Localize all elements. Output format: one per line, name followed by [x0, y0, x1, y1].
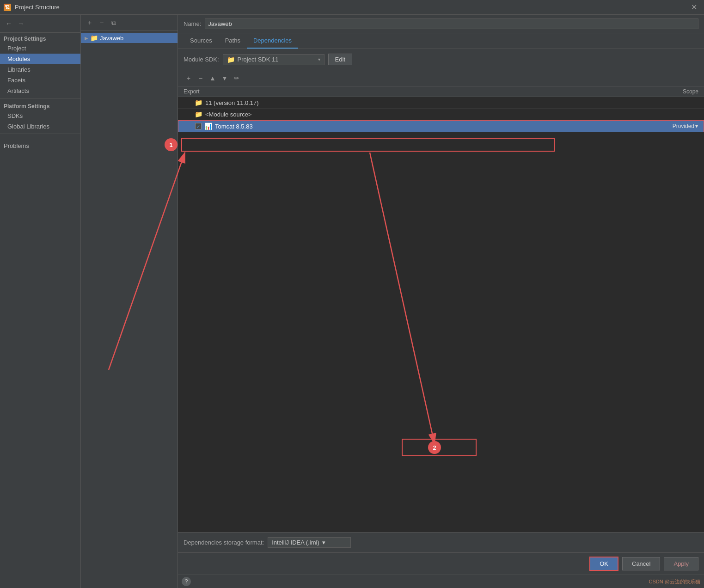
sidebar-item-problems[interactable]: Problems — [0, 140, 80, 151]
bottom-section: Dependencies storage format: IntelliJ ID… — [178, 532, 704, 552]
main-layout: ← → Project Settings Project Modules Lib… — [0, 15, 704, 588]
sidebar-item-global-libraries[interactable]: Global Libraries — [0, 121, 80, 132]
sdk-label: Module SDK: — [184, 56, 219, 63]
name-label: Name: — [184, 20, 201, 27]
sdk-row: Module SDK: 📁 Project SDK 11 ▾ Edit — [178, 49, 704, 70]
deps-remove-button[interactable]: − — [196, 73, 206, 83]
deps-down-button[interactable]: ▼ — [220, 73, 230, 83]
sdk-value: Project SDK 11 — [238, 56, 279, 63]
nav-toolbar: ← → — [0, 17, 80, 33]
deps-table: Export Scope 📁 11 (version 11.0.17) 📁 <M… — [178, 86, 704, 532]
tomcat-checkbox[interactable]: ✓ — [195, 123, 202, 129]
scope-arrow: ▾ — [695, 123, 698, 129]
apply-button[interactable]: Apply — [664, 557, 698, 570]
deps-row-jdk[interactable]: 📁 11 (version 11.0.17) — [178, 97, 704, 109]
deps-table-header: Export Scope — [178, 86, 704, 97]
tree-item-label: Javaweb — [100, 35, 123, 42]
sidebar-separator-2 — [0, 134, 80, 134]
tree-row-javaweb[interactable]: ▶ 📁 Javaweb — [81, 33, 178, 43]
footer: OK Cancel Apply — [178, 552, 704, 575]
help-bar: ? CSDN @云边的快乐猫 — [178, 575, 704, 588]
close-button[interactable]: ✕ — [687, 1, 700, 14]
deps-add-button[interactable]: + — [184, 73, 194, 83]
app-icon: 🏗 — [4, 4, 11, 11]
name-input[interactable] — [205, 18, 698, 29]
sidebar-item-modules[interactable]: Modules — [0, 54, 80, 64]
title-bar-left: 🏗 Project Structure — [4, 4, 60, 11]
sdk-dropdown[interactable]: 📁 Project SDK 11 ▾ — [223, 54, 324, 65]
sidebar-item-libraries[interactable]: Libraries — [0, 64, 80, 75]
window-title: Project Structure — [15, 4, 60, 11]
tab-sources[interactable]: Sources — [184, 33, 219, 49]
platform-settings-label: Platform Settings — [0, 100, 80, 110]
forward-button[interactable]: → — [16, 18, 26, 29]
tree-expand-arrow: ▶ — [85, 36, 88, 41]
deps-row-tomcat[interactable]: ✓ 📊 Tomcat 8.5.83 Provided ▾ — [178, 120, 704, 132]
deps-row-module-source[interactable]: 📁 <Module source> — [178, 109, 704, 120]
sdk-edit-button[interactable]: Edit — [328, 54, 352, 65]
sidebar-item-artifacts[interactable]: Artifacts — [0, 86, 80, 96]
storage-dropdown[interactable]: IntelliJ IDEA (.iml) ▾ — [268, 537, 351, 548]
folder-icon: 📁 — [90, 34, 98, 42]
tab-dependencies[interactable]: Dependencies — [247, 33, 298, 49]
title-bar: 🏗 Project Structure ✕ — [0, 0, 704, 15]
jdk-icon: 📁 — [195, 99, 202, 106]
deps-scope-header: Scope — [661, 88, 698, 95]
deps-toolbar: + − ▲ ▼ ✏ — [178, 70, 704, 86]
project-settings-label: Project Settings — [0, 33, 80, 43]
jdk-text: 11 (version 11.0.17) — [205, 99, 698, 106]
watermark: CSDN @云边的快乐猫 — [649, 578, 700, 585]
module-source-text: <Module source> — [205, 111, 698, 118]
tree-copy-button[interactable]: ⧉ — [109, 18, 119, 28]
help-button[interactable]: ? — [182, 577, 191, 586]
sidebar: ← → Project Settings Project Modules Lib… — [0, 15, 81, 588]
tomcat-icon: 📊 — [204, 122, 212, 130]
tomcat-text: Tomcat 8.5.83 — [215, 123, 658, 130]
sdk-folder-icon: 📁 — [227, 56, 235, 63]
sidebar-item-project[interactable]: Project — [0, 43, 80, 54]
tree-add-button[interactable]: + — [85, 18, 95, 28]
deps-body: 📁 11 (version 11.0.17) 📁 <Module source>… — [178, 97, 704, 532]
storage-dropdown-arrow: ▾ — [322, 539, 325, 546]
tomcat-scope[interactable]: Provided ▾ — [661, 123, 698, 129]
content-panel: Name: Sources Paths Dependencies Module … — [178, 15, 704, 588]
back-button[interactable]: ← — [4, 18, 14, 29]
tabs-row: Sources Paths Dependencies — [178, 33, 704, 49]
storage-label: Dependencies storage format: — [184, 539, 264, 546]
cancel-button[interactable]: Cancel — [622, 557, 660, 570]
sidebar-item-facets[interactable]: Facets — [0, 75, 80, 86]
deps-up-button[interactable]: ▲ — [208, 73, 218, 83]
sdk-dropdown-arrow: ▾ — [318, 57, 320, 62]
tree-content: ▶ 📁 Javaweb — [81, 31, 178, 588]
tab-paths[interactable]: Paths — [219, 33, 247, 49]
sidebar-item-sdks[interactable]: SDKs — [0, 110, 80, 121]
deps-export-header: Export — [184, 88, 661, 95]
deps-edit-button[interactable]: ✏ — [232, 73, 242, 83]
sidebar-separator — [0, 98, 80, 98]
module-source-icon: 📁 — [195, 110, 202, 118]
ok-button[interactable]: OK — [589, 557, 618, 571]
storage-value: IntelliJ IDEA (.iml) — [272, 539, 319, 546]
tree-toolbar: + − ⧉ — [81, 15, 178, 31]
tree-remove-button[interactable]: − — [97, 18, 107, 28]
name-row: Name: — [178, 15, 704, 33]
tree-panel: + − ⧉ ▶ 📁 Javaweb — [81, 15, 178, 588]
